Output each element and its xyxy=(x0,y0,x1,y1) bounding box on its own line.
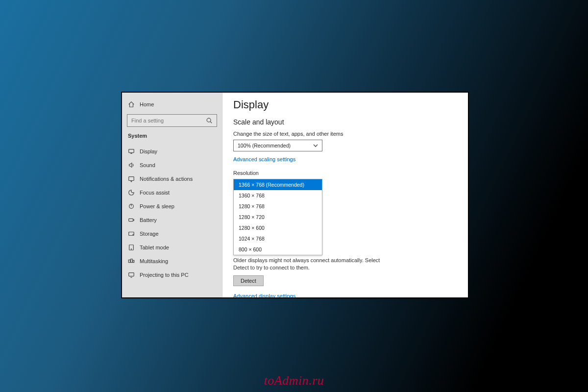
resolution-option[interactable]: 1360 × 768 xyxy=(234,190,322,201)
tablet-icon xyxy=(128,244,135,251)
home-nav[interactable]: Home xyxy=(122,98,222,111)
sidebar-item-multi[interactable]: Multitasking xyxy=(122,254,222,268)
svg-rect-12 xyxy=(133,260,134,262)
sidebar-item-power[interactable]: Power & sleep xyxy=(122,199,222,213)
sidebar-item-storage[interactable]: Storage xyxy=(122,227,222,241)
sidebar-item-label: Display xyxy=(140,148,157,154)
main-panel: Display Scale and layout Change the size… xyxy=(222,93,468,297)
sidebar-item-label: Sound xyxy=(140,162,155,168)
sound-icon xyxy=(128,162,135,169)
resolution-label: Resolution xyxy=(233,170,457,176)
resolution-dropdown-open[interactable]: 1366 × 768 (Recommended)1360 × 7681280 ×… xyxy=(233,179,322,255)
home-icon xyxy=(128,101,135,108)
multi-icon xyxy=(128,258,135,265)
svg-point-7 xyxy=(133,234,133,235)
display-icon xyxy=(128,148,135,155)
svg-rect-10 xyxy=(128,260,130,262)
sidebar-item-tablet[interactable]: Tablet mode xyxy=(122,241,222,254)
svg-point-9 xyxy=(131,249,131,249)
focus-icon xyxy=(128,189,135,196)
category-label: System xyxy=(122,131,222,142)
advanced-display-link[interactable]: Advanced display settings xyxy=(233,293,295,297)
sidebar-item-label: Projecting to this PC xyxy=(140,272,189,278)
resolution-option[interactable]: 1024 × 768 xyxy=(234,233,322,244)
sidebar-item-label: Storage xyxy=(140,231,159,237)
resolution-option[interactable]: 1280 × 768 xyxy=(234,201,322,212)
nav-list: DisplaySoundNotifications & actionsFocus… xyxy=(122,145,222,282)
watermark: toAdmin.ru xyxy=(264,373,324,388)
scale-value: 100% (Recommended) xyxy=(238,143,291,148)
advanced-scaling-link[interactable]: Advanced scaling settings xyxy=(233,156,295,162)
sidebar-item-sound[interactable]: Sound xyxy=(122,158,222,172)
detect-button[interactable]: Detect xyxy=(233,275,264,286)
sidebar-item-notif[interactable]: Notifications & actions xyxy=(122,172,222,186)
svg-rect-1 xyxy=(129,149,134,153)
chevron-down-icon xyxy=(313,143,318,148)
search-box[interactable] xyxy=(127,114,217,127)
sidebar-item-label: Focus assist xyxy=(140,190,170,196)
detect-hint: Older displays might not always connect … xyxy=(233,257,380,271)
search-input[interactable] xyxy=(131,118,206,123)
sidebar-item-focus[interactable]: Focus assist xyxy=(122,186,222,199)
scale-dropdown[interactable]: 100% (Recommended) xyxy=(233,140,322,151)
sidebar-item-label: Notifications & actions xyxy=(140,176,193,182)
battery-icon xyxy=(128,217,135,223)
resolution-option[interactable]: 1366 × 768 (Recommended) xyxy=(234,179,322,190)
svg-rect-11 xyxy=(131,259,133,263)
svg-rect-2 xyxy=(129,177,134,181)
scale-label: Change the size of text, apps, and other… xyxy=(233,131,457,137)
svg-rect-5 xyxy=(133,220,134,221)
sidebar-item-display[interactable]: Display xyxy=(122,145,222,158)
svg-rect-4 xyxy=(129,219,133,221)
svg-rect-13 xyxy=(129,273,134,276)
resolution-option[interactable]: 1280 × 720 xyxy=(234,212,322,222)
project-icon xyxy=(128,271,135,278)
sidebar: Home System DisplaySoundNotifications & … xyxy=(122,93,222,297)
sidebar-item-project[interactable]: Projecting to this PC xyxy=(122,268,222,282)
sidebar-item-battery[interactable]: Battery xyxy=(122,213,222,227)
sidebar-item-label: Tablet mode xyxy=(140,245,169,250)
search-icon xyxy=(206,117,213,124)
notif-icon xyxy=(128,175,135,182)
settings-window: Home System DisplaySoundNotifications & … xyxy=(121,92,469,298)
sidebar-item-label: Multitasking xyxy=(140,258,168,264)
sidebar-item-label: Battery xyxy=(140,217,157,223)
sidebar-item-label: Power & sleep xyxy=(140,203,174,209)
storage-icon xyxy=(128,230,135,237)
home-label: Home xyxy=(140,101,154,107)
section-heading: Scale and layout xyxy=(233,118,457,126)
resolution-option[interactable]: 1280 × 600 xyxy=(234,222,322,233)
resolution-option[interactable]: 800 × 600 xyxy=(234,244,322,255)
power-icon xyxy=(128,203,135,210)
page-title: Display xyxy=(233,98,457,111)
svg-point-0 xyxy=(207,118,211,122)
